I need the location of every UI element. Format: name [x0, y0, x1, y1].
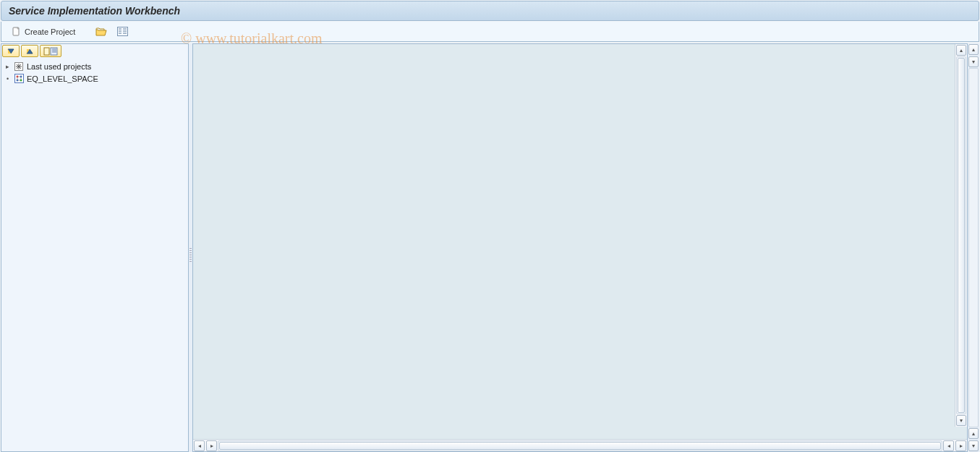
- svg-rect-14: [14, 74, 23, 83]
- content-vertical-scrollbar[interactable]: ▴ ▾: [955, 44, 967, 427]
- scroll-right-button-2[interactable]: ◂: [943, 440, 954, 451]
- expand-all-button[interactable]: [2, 45, 20, 57]
- scroll-thumb[interactable]: [219, 442, 941, 450]
- content-area: ▴ ▾: [193, 44, 967, 439]
- expand-caret-icon[interactable]: ▸: [4, 63, 11, 70]
- scroll-down-button[interactable]: ▾: [968, 440, 979, 451]
- details-button[interactable]: [114, 25, 131, 38]
- leaf-bullet-icon: •: [4, 75, 11, 82]
- collapse-all-button[interactable]: [21, 45, 38, 57]
- scroll-up-button[interactable]: ▴: [956, 45, 966, 56]
- scroll-track[interactable]: [968, 68, 979, 427]
- tree-toolbar: [1, 44, 188, 58]
- scroll-track[interactable]: [218, 440, 942, 451]
- collapse-up-icon: [25, 47, 35, 56]
- content-pane: ▴ ▾ ◂ ▸ ◂ ▸: [192, 43, 968, 452]
- open-button[interactable]: [93, 25, 110, 38]
- titlebar: Service Implementation Workbench: [1, 1, 979, 21]
- scroll-left-button[interactable]: ◂: [194, 440, 205, 451]
- scroll-up-button[interactable]: ▴: [968, 44, 979, 55]
- page-title: Service Implementation Workbench: [9, 5, 180, 17]
- scroll-down-button[interactable]: ▾: [956, 415, 966, 426]
- scroll-thumb[interactable]: [958, 58, 965, 413]
- outer-vertical-scrollbar[interactable]: ▴ ▾ ▴ ▾: [968, 43, 979, 452]
- folder-open-icon: [95, 27, 107, 37]
- project-tree: ▸ Last used projects •: [1, 58, 188, 87]
- tree-item-project[interactable]: • EQ_LEVEL_SPACE: [4, 72, 185, 85]
- scroll-right-button[interactable]: ▸: [955, 440, 966, 451]
- main-toolbar: Create Project: [1, 22, 979, 42]
- nodes-icon: [14, 74, 24, 84]
- tree-item-last-used[interactable]: ▸ Last used projects: [4, 60, 185, 72]
- split-layout-icon: [43, 47, 58, 56]
- create-project-button[interactable]: Create Project: [9, 25, 78, 38]
- svg-rect-8: [44, 48, 49, 55]
- scroll-down-step-button[interactable]: ▴: [968, 428, 979, 439]
- navigation-pane: ▸ Last used projects •: [1, 43, 189, 452]
- layout-button[interactable]: [40, 45, 61, 57]
- details-icon: [117, 27, 128, 36]
- scroll-left-button-2[interactable]: ▸: [206, 440, 217, 451]
- tree-item-label: EQ_LEVEL_SPACE: [27, 74, 98, 83]
- create-project-label: Create Project: [25, 27, 75, 36]
- scroll-track[interactable]: [956, 56, 966, 414]
- content-horizontal-scrollbar[interactable]: ◂ ▸ ◂ ▸: [193, 439, 967, 451]
- expand-down-icon: [6, 47, 16, 56]
- scroll-up-step-button[interactable]: ▾: [968, 56, 979, 67]
- tree-item-label: Last used projects: [27, 62, 91, 71]
- new-document-icon: [12, 27, 22, 37]
- asterisk-icon: [14, 61, 24, 72]
